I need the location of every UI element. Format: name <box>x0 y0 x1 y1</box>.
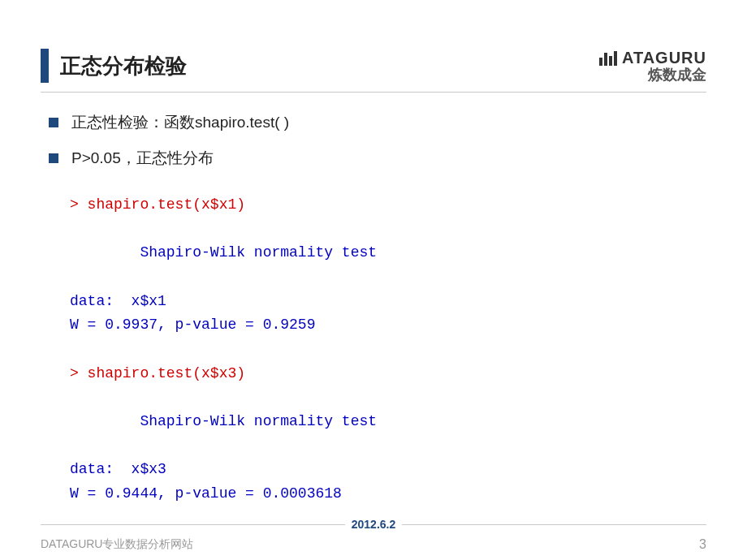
title-block: 正态分布检验 <box>41 49 187 83</box>
footer-site: DATAGURU专业数据分析网站 <box>41 537 193 552</box>
footer-divider-left <box>41 524 345 525</box>
bars-icon <box>599 51 619 66</box>
footer: 2012.6.2 DATAGURU专业数据分析网站 3 <box>0 518 747 552</box>
list-item: P>0.05，正态性分布 <box>49 148 706 169</box>
header: 正态分布检验 ATAGURU 炼数成金 <box>41 49 706 84</box>
square-bullet-icon <box>49 153 58 163</box>
code-result-line: W = 0.9937, p-value = 0.9259 <box>70 317 315 333</box>
code-result-line: W = 0.9444, p-value = 0.0003618 <box>70 485 342 502</box>
logo-text-bottom: 炼数成金 <box>599 67 706 84</box>
code-data-line: data: x$x3 <box>70 461 166 477</box>
code-heading: Shapiro-Wilk normality test <box>70 413 377 429</box>
page-number: 3 <box>699 537 706 552</box>
logo-text-top: ATAGURU <box>622 49 706 67</box>
logo-top-row: ATAGURU <box>599 49 706 67</box>
list-item: 正态性检验：函数shapiro.test( ) <box>49 112 706 133</box>
code-heading: Shapiro-Wilk normality test <box>70 244 377 261</box>
code-data-line: data: x$x1 <box>70 293 166 309</box>
bullet-text: 正态性检验：函数shapiro.test( ) <box>71 112 289 133</box>
code-block: > shapiro.test(x$x1) Shapiro-Wilk normal… <box>41 193 706 506</box>
page-title: 正态分布检验 <box>60 49 187 83</box>
code-command: > shapiro.test(x$x3) <box>70 365 245 381</box>
footer-divider-right <box>402 524 706 525</box>
bullet-text: P>0.05，正态性分布 <box>71 148 214 169</box>
footer-date: 2012.6.2 <box>345 518 403 531</box>
code-command: > shapiro.test(x$x1) <box>70 196 245 213</box>
header-divider <box>41 92 706 93</box>
footer-bottom: DATAGURU专业数据分析网站 3 <box>41 537 706 552</box>
title-accent-bar <box>41 49 49 83</box>
logo: ATAGURU 炼数成金 <box>599 49 706 84</box>
slide: 正态分布检验 ATAGURU 炼数成金 正态性检验：函数shapiro.test… <box>0 0 747 560</box>
square-bullet-icon <box>49 118 58 127</box>
footer-date-row: 2012.6.2 <box>41 518 706 531</box>
bullet-list: 正态性检验：函数shapiro.test( ) P>0.05，正态性分布 <box>41 112 706 169</box>
